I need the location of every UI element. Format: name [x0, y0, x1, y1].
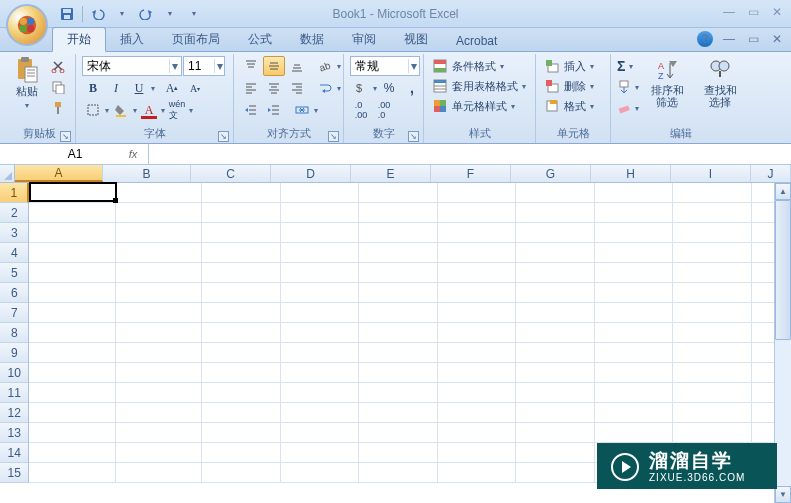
cell[interactable]	[438, 423, 517, 443]
comma-button[interactable]: ,	[401, 78, 423, 98]
number-format-combo[interactable]: ▾	[350, 56, 420, 76]
row-header[interactable]: 10	[0, 363, 29, 383]
cell[interactable]	[202, 403, 281, 423]
row-header[interactable]: 14	[0, 443, 29, 463]
cell[interactable]	[359, 423, 438, 443]
cell[interactable]	[29, 463, 115, 483]
row-header[interactable]: 5	[0, 263, 29, 283]
column-header[interactable]: H	[591, 165, 671, 182]
cell[interactable]	[595, 223, 674, 243]
cell[interactable]	[359, 403, 438, 423]
cell[interactable]	[673, 243, 752, 263]
decrease-decimal-button[interactable]: .00.0	[373, 100, 395, 120]
cell[interactable]	[116, 363, 202, 383]
font-color-dropdown[interactable]: ▾	[161, 106, 165, 115]
cell[interactable]	[438, 263, 517, 283]
tab-view[interactable]: 视图	[390, 28, 442, 51]
orientation-dropdown[interactable]: ▾	[337, 62, 341, 71]
cell[interactable]	[359, 383, 438, 403]
cell[interactable]	[438, 243, 517, 263]
row-header[interactable]: 7	[0, 303, 29, 323]
cell[interactable]	[595, 243, 674, 263]
cell[interactable]	[595, 283, 674, 303]
row-header[interactable]: 3	[0, 223, 29, 243]
cell[interactable]	[116, 423, 202, 443]
scroll-thumb[interactable]	[775, 200, 791, 340]
cell[interactable]	[438, 443, 517, 463]
qat-customize[interactable]: ▾	[183, 4, 205, 24]
cell[interactable]	[595, 403, 674, 423]
cell[interactable]	[359, 183, 438, 203]
cell[interactable]	[29, 363, 115, 383]
cell[interactable]	[29, 203, 115, 223]
row-header[interactable]: 15	[0, 463, 29, 483]
cell[interactable]	[516, 383, 595, 403]
align-left-button[interactable]	[240, 78, 262, 98]
cell[interactable]	[595, 363, 674, 383]
cell[interactable]	[116, 343, 202, 363]
cell[interactable]	[438, 403, 517, 423]
cell[interactable]	[202, 223, 281, 243]
column-header[interactable]: A	[15, 165, 103, 182]
insert-cells-button[interactable]: 插入▾	[542, 56, 596, 76]
column-header[interactable]: G	[511, 165, 591, 182]
alignment-dialog-launcher[interactable]: ↘	[328, 131, 339, 142]
shrink-font-button[interactable]: A▾	[184, 78, 206, 98]
ribbon-restore-button[interactable]: ▭	[745, 31, 761, 47]
cell[interactable]	[281, 443, 360, 463]
cell[interactable]	[516, 343, 595, 363]
column-header[interactable]: E	[351, 165, 431, 182]
cell[interactable]	[202, 343, 281, 363]
cell[interactable]	[281, 243, 360, 263]
row-header[interactable]: 2	[0, 203, 29, 223]
cell[interactable]	[29, 323, 115, 343]
cell[interactable]	[359, 203, 438, 223]
ribbon-minimize-button[interactable]: —	[721, 31, 737, 47]
cell[interactable]	[595, 423, 674, 443]
tab-insert[interactable]: 插入	[106, 28, 158, 51]
cell[interactable]	[359, 363, 438, 383]
cell[interactable]	[281, 383, 360, 403]
increase-indent-button[interactable]	[263, 100, 285, 120]
cell[interactable]	[281, 323, 360, 343]
cell[interactable]	[673, 183, 752, 203]
cell[interactable]	[516, 283, 595, 303]
fill-color-dropdown[interactable]: ▾	[133, 106, 137, 115]
cell[interactable]	[595, 383, 674, 403]
align-center-button[interactable]	[263, 78, 285, 98]
cell[interactable]	[673, 263, 752, 283]
accounting-dropdown[interactable]: ▾	[373, 84, 377, 93]
tab-review[interactable]: 审阅	[338, 28, 390, 51]
border-button[interactable]	[82, 100, 104, 120]
cell[interactable]	[202, 383, 281, 403]
cell[interactable]	[438, 343, 517, 363]
font-size-input[interactable]	[184, 59, 214, 73]
increase-decimal-button[interactable]: .0.00	[350, 100, 372, 120]
cell[interactable]	[516, 443, 595, 463]
underline-dropdown[interactable]: ▾	[151, 84, 155, 93]
cell[interactable]	[29, 343, 115, 363]
copy-button[interactable]	[47, 77, 69, 97]
cell[interactable]	[29, 303, 115, 323]
cell[interactable]	[29, 283, 115, 303]
column-header[interactable]: C	[191, 165, 271, 182]
grid-body[interactable]: 123456789101112131415	[0, 183, 791, 483]
column-header[interactable]: D	[271, 165, 351, 182]
cell[interactable]	[673, 403, 752, 423]
cell[interactable]	[29, 443, 115, 463]
cell[interactable]	[116, 203, 202, 223]
cell[interactable]	[202, 463, 281, 483]
cell[interactable]	[281, 363, 360, 383]
undo-button[interactable]	[87, 4, 109, 24]
row-header[interactable]: 6	[0, 283, 29, 303]
number-dialog-launcher[interactable]: ↘	[408, 131, 419, 142]
cell[interactable]	[673, 323, 752, 343]
cell[interactable]	[673, 423, 752, 443]
tab-home[interactable]: 开始	[52, 27, 106, 52]
paste-button[interactable]: 粘贴 ▾	[10, 56, 44, 112]
cell[interactable]	[359, 303, 438, 323]
chevron-down-icon[interactable]: ▾	[214, 59, 224, 73]
cell[interactable]	[202, 283, 281, 303]
cell[interactable]	[202, 263, 281, 283]
cell[interactable]	[359, 323, 438, 343]
